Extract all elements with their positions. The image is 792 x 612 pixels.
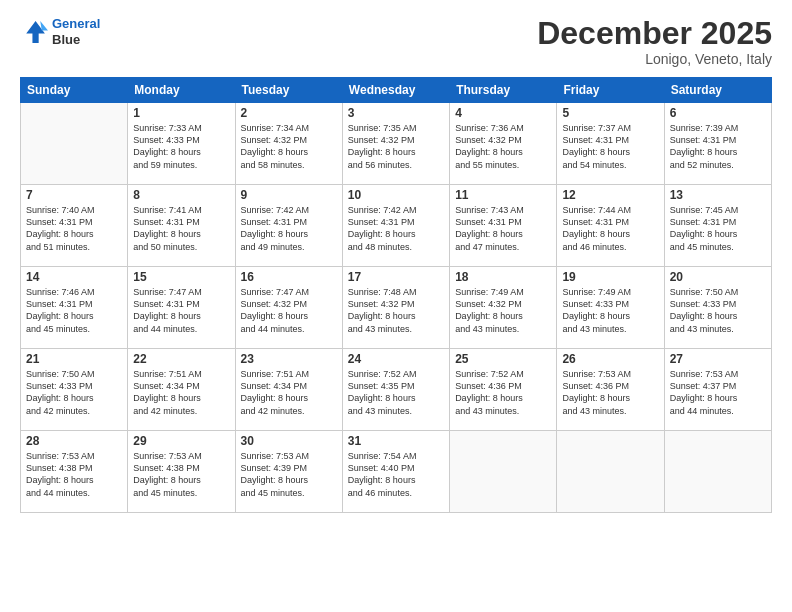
day-info: Sunrise: 7:51 AM Sunset: 4:34 PM Dayligh…	[133, 368, 229, 417]
logo-icon	[20, 18, 48, 46]
day-info: Sunrise: 7:36 AM Sunset: 4:32 PM Dayligh…	[455, 122, 551, 171]
day-info: Sunrise: 7:33 AM Sunset: 4:33 PM Dayligh…	[133, 122, 229, 171]
day-info: Sunrise: 7:49 AM Sunset: 4:32 PM Dayligh…	[455, 286, 551, 335]
location: Lonigo, Veneto, Italy	[537, 51, 772, 67]
day-number: 7	[26, 188, 122, 202]
calendar-cell: 1Sunrise: 7:33 AM Sunset: 4:33 PM Daylig…	[128, 103, 235, 185]
calendar-cell: 28Sunrise: 7:53 AM Sunset: 4:38 PM Dayli…	[21, 431, 128, 513]
day-info: Sunrise: 7:49 AM Sunset: 4:33 PM Dayligh…	[562, 286, 658, 335]
calendar-cell: 30Sunrise: 7:53 AM Sunset: 4:39 PM Dayli…	[235, 431, 342, 513]
calendar-cell: 7Sunrise: 7:40 AM Sunset: 4:31 PM Daylig…	[21, 185, 128, 267]
month-title: December 2025	[537, 16, 772, 51]
day-number: 14	[26, 270, 122, 284]
calendar-cell: 27Sunrise: 7:53 AM Sunset: 4:37 PM Dayli…	[664, 349, 771, 431]
calendar-cell	[21, 103, 128, 185]
day-number: 31	[348, 434, 444, 448]
day-number: 19	[562, 270, 658, 284]
day-number: 24	[348, 352, 444, 366]
day-number: 30	[241, 434, 337, 448]
day-number: 18	[455, 270, 551, 284]
day-info: Sunrise: 7:34 AM Sunset: 4:32 PM Dayligh…	[241, 122, 337, 171]
calendar-cell: 17Sunrise: 7:48 AM Sunset: 4:32 PM Dayli…	[342, 267, 449, 349]
calendar-cell: 11Sunrise: 7:43 AM Sunset: 4:31 PM Dayli…	[450, 185, 557, 267]
calendar-cell: 22Sunrise: 7:51 AM Sunset: 4:34 PM Dayli…	[128, 349, 235, 431]
day-info: Sunrise: 7:53 AM Sunset: 4:38 PM Dayligh…	[26, 450, 122, 499]
day-number: 29	[133, 434, 229, 448]
calendar-cell	[450, 431, 557, 513]
day-number: 22	[133, 352, 229, 366]
day-info: Sunrise: 7:52 AM Sunset: 4:36 PM Dayligh…	[455, 368, 551, 417]
day-info: Sunrise: 7:42 AM Sunset: 4:31 PM Dayligh…	[241, 204, 337, 253]
calendar-table: SundayMondayTuesdayWednesdayThursdayFrid…	[20, 77, 772, 513]
calendar-cell	[557, 431, 664, 513]
calendar-cell: 8Sunrise: 7:41 AM Sunset: 4:31 PM Daylig…	[128, 185, 235, 267]
title-block: December 2025 Lonigo, Veneto, Italy	[537, 16, 772, 67]
logo-text: General Blue	[52, 16, 100, 47]
calendar-header-tuesday: Tuesday	[235, 78, 342, 103]
day-number: 11	[455, 188, 551, 202]
day-info: Sunrise: 7:54 AM Sunset: 4:40 PM Dayligh…	[348, 450, 444, 499]
calendar-cell: 16Sunrise: 7:47 AM Sunset: 4:32 PM Dayli…	[235, 267, 342, 349]
day-number: 9	[241, 188, 337, 202]
day-info: Sunrise: 7:53 AM Sunset: 4:38 PM Dayligh…	[133, 450, 229, 499]
calendar-header-sunday: Sunday	[21, 78, 128, 103]
calendar-cell: 24Sunrise: 7:52 AM Sunset: 4:35 PM Dayli…	[342, 349, 449, 431]
day-number: 17	[348, 270, 444, 284]
day-info: Sunrise: 7:40 AM Sunset: 4:31 PM Dayligh…	[26, 204, 122, 253]
calendar-header-saturday: Saturday	[664, 78, 771, 103]
day-info: Sunrise: 7:50 AM Sunset: 4:33 PM Dayligh…	[26, 368, 122, 417]
logo-line1: General	[52, 16, 100, 31]
day-info: Sunrise: 7:53 AM Sunset: 4:37 PM Dayligh…	[670, 368, 766, 417]
day-info: Sunrise: 7:35 AM Sunset: 4:32 PM Dayligh…	[348, 122, 444, 171]
calendar-cell: 20Sunrise: 7:50 AM Sunset: 4:33 PM Dayli…	[664, 267, 771, 349]
day-number: 4	[455, 106, 551, 120]
day-number: 5	[562, 106, 658, 120]
calendar-cell: 19Sunrise: 7:49 AM Sunset: 4:33 PM Dayli…	[557, 267, 664, 349]
calendar-cell: 31Sunrise: 7:54 AM Sunset: 4:40 PM Dayli…	[342, 431, 449, 513]
calendar-cell: 25Sunrise: 7:52 AM Sunset: 4:36 PM Dayli…	[450, 349, 557, 431]
calendar-week-row: 14Sunrise: 7:46 AM Sunset: 4:31 PM Dayli…	[21, 267, 772, 349]
day-info: Sunrise: 7:37 AM Sunset: 4:31 PM Dayligh…	[562, 122, 658, 171]
day-number: 1	[133, 106, 229, 120]
calendar-header-thursday: Thursday	[450, 78, 557, 103]
calendar-cell: 4Sunrise: 7:36 AM Sunset: 4:32 PM Daylig…	[450, 103, 557, 185]
day-number: 25	[455, 352, 551, 366]
calendar-cell: 23Sunrise: 7:51 AM Sunset: 4:34 PM Dayli…	[235, 349, 342, 431]
day-number: 21	[26, 352, 122, 366]
calendar-cell: 6Sunrise: 7:39 AM Sunset: 4:31 PM Daylig…	[664, 103, 771, 185]
calendar-header-row: SundayMondayTuesdayWednesdayThursdayFrid…	[21, 78, 772, 103]
day-info: Sunrise: 7:45 AM Sunset: 4:31 PM Dayligh…	[670, 204, 766, 253]
day-info: Sunrise: 7:51 AM Sunset: 4:34 PM Dayligh…	[241, 368, 337, 417]
calendar-cell: 3Sunrise: 7:35 AM Sunset: 4:32 PM Daylig…	[342, 103, 449, 185]
page: General Blue December 2025 Lonigo, Venet…	[0, 0, 792, 612]
day-number: 8	[133, 188, 229, 202]
calendar-week-row: 7Sunrise: 7:40 AM Sunset: 4:31 PM Daylig…	[21, 185, 772, 267]
day-number: 26	[562, 352, 658, 366]
day-info: Sunrise: 7:50 AM Sunset: 4:33 PM Dayligh…	[670, 286, 766, 335]
calendar-cell: 26Sunrise: 7:53 AM Sunset: 4:36 PM Dayli…	[557, 349, 664, 431]
day-number: 10	[348, 188, 444, 202]
calendar-header-friday: Friday	[557, 78, 664, 103]
day-number: 3	[348, 106, 444, 120]
day-info: Sunrise: 7:52 AM Sunset: 4:35 PM Dayligh…	[348, 368, 444, 417]
day-number: 6	[670, 106, 766, 120]
calendar-header-monday: Monday	[128, 78, 235, 103]
header: General Blue December 2025 Lonigo, Venet…	[20, 16, 772, 67]
calendar-cell: 13Sunrise: 7:45 AM Sunset: 4:31 PM Dayli…	[664, 185, 771, 267]
day-info: Sunrise: 7:46 AM Sunset: 4:31 PM Dayligh…	[26, 286, 122, 335]
calendar-week-row: 28Sunrise: 7:53 AM Sunset: 4:38 PM Dayli…	[21, 431, 772, 513]
day-info: Sunrise: 7:48 AM Sunset: 4:32 PM Dayligh…	[348, 286, 444, 335]
day-number: 23	[241, 352, 337, 366]
day-info: Sunrise: 7:42 AM Sunset: 4:31 PM Dayligh…	[348, 204, 444, 253]
logo-line2: Blue	[52, 32, 100, 48]
day-info: Sunrise: 7:47 AM Sunset: 4:31 PM Dayligh…	[133, 286, 229, 335]
day-number: 28	[26, 434, 122, 448]
day-number: 12	[562, 188, 658, 202]
day-info: Sunrise: 7:43 AM Sunset: 4:31 PM Dayligh…	[455, 204, 551, 253]
calendar-cell: 12Sunrise: 7:44 AM Sunset: 4:31 PM Dayli…	[557, 185, 664, 267]
calendar-cell: 18Sunrise: 7:49 AM Sunset: 4:32 PM Dayli…	[450, 267, 557, 349]
day-number: 2	[241, 106, 337, 120]
day-info: Sunrise: 7:53 AM Sunset: 4:39 PM Dayligh…	[241, 450, 337, 499]
calendar-cell: 2Sunrise: 7:34 AM Sunset: 4:32 PM Daylig…	[235, 103, 342, 185]
day-number: 15	[133, 270, 229, 284]
